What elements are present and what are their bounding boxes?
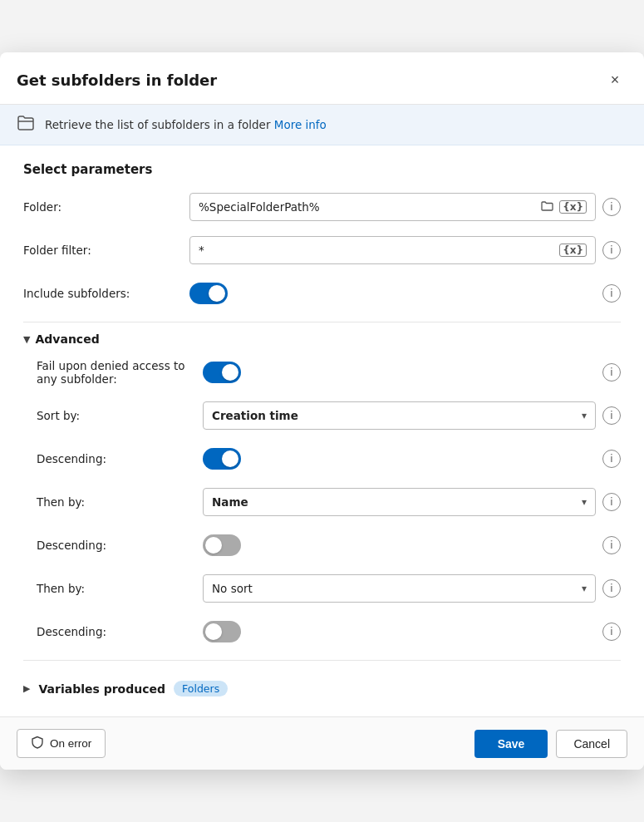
descending3-row: Descending: i <box>37 617 621 647</box>
sort-by-label: Sort by: <box>37 409 203 422</box>
folder-control: %SpecialFolderPath% {x} i <box>189 193 621 221</box>
then-by1-dropdown[interactable]: Name ▾ <box>203 488 596 516</box>
descending1-toggle[interactable] <box>203 448 241 470</box>
filter-variable-icon[interactable]: {x} <box>559 244 587 257</box>
info-banner: Retrieve the list of subfolders in a fol… <box>0 105 644 145</box>
folder-row: Folder: %SpecialFolderPath% {x} i <box>23 192 621 222</box>
then-by1-value: Name <box>212 495 248 509</box>
folder-variable-icon[interactable]: {x} <box>559 200 587 214</box>
section-title: Select parameters <box>23 162 621 177</box>
folder-filter-control: * {x} i <box>189 236 621 264</box>
then-by1-arrow-icon: ▾ <box>582 496 587 508</box>
divider1 <box>23 322 621 322</box>
descending2-info-icon[interactable]: i <box>602 536 621 554</box>
folder-info-icon[interactable]: i <box>602 198 621 216</box>
descending2-control: i <box>203 534 621 556</box>
advanced-header[interactable]: ▼ Advanced <box>23 332 621 346</box>
folder-filter-input[interactable]: * {x} <box>189 236 596 264</box>
banner-text: Retrieve the list of subfolders in a fol… <box>45 118 327 131</box>
then-by2-arrow-icon: ▾ <box>582 583 587 594</box>
shield-icon <box>31 736 44 751</box>
descending1-label: Descending: <box>37 452 203 465</box>
then-by1-row: Then by: Name ▾ i <box>37 487 621 517</box>
dialog-footer: On error Save Cancel <box>0 716 644 770</box>
then-by2-value: No sort <box>212 582 253 595</box>
folder-input[interactable]: %SpecialFolderPath% {x} <box>189 193 596 221</box>
fail-access-label: Fail upon denied access to any subfolder… <box>37 359 203 386</box>
include-subfolders-info-icon[interactable]: i <box>602 284 621 303</box>
include-subfolders-row: Include subfolders: i <box>23 278 621 308</box>
fail-access-toggle[interactable] <box>203 362 241 383</box>
advanced-section: Fail upon denied access to any subfolder… <box>23 357 621 647</box>
sort-by-dropdown[interactable]: Creation time ▾ <box>203 401 596 430</box>
then-by2-row: Then by: No sort ▾ i <box>37 573 621 603</box>
fail-access-control: i <box>203 362 621 383</box>
then-by2-label: Then by: <box>37 582 203 595</box>
include-subfolders-control: i <box>189 283 621 304</box>
sort-by-row: Sort by: Creation time ▾ i <box>37 401 621 431</box>
descending3-control: i <box>203 621 621 642</box>
sort-by-control: Creation time ▾ i <box>203 401 621 430</box>
dialog-header: Get subfolders in folder × <box>0 52 644 105</box>
on-error-button[interactable]: On error <box>17 729 106 758</box>
descending3-info-icon[interactable]: i <box>602 623 621 641</box>
sort-by-info-icon[interactable]: i <box>602 406 621 425</box>
descending1-info-icon[interactable]: i <box>602 450 621 468</box>
then-by1-control: Name ▾ i <box>203 488 621 516</box>
then-by2-info-icon[interactable]: i <box>602 579 621 598</box>
descending3-toggle[interactable] <box>203 621 241 642</box>
then-by1-info-icon[interactable]: i <box>602 493 621 511</box>
folder-label: Folder: <box>23 200 189 214</box>
sort-by-value: Creation time <box>212 409 298 422</box>
folder-icon <box>17 115 35 135</box>
descending1-control: i <box>203 448 621 470</box>
then-by1-label: Then by: <box>37 495 203 509</box>
cancel-button[interactable]: Cancel <box>556 730 627 758</box>
footer-right: Save Cancel <box>474 730 627 758</box>
advanced-label: Advanced <box>35 332 99 346</box>
fail-access-row: Fail upon denied access to any subfolder… <box>37 357 621 387</box>
folder-filter-label: Folder filter: <box>23 244 189 257</box>
then-by2-control: No sort ▾ i <box>203 574 621 603</box>
fail-access-info-icon[interactable]: i <box>602 363 621 381</box>
sort-by-arrow-icon: ▾ <box>582 410 587 421</box>
folder-filter-info-icon[interactable]: i <box>602 241 621 259</box>
descending2-label: Descending: <box>37 539 203 552</box>
folder-filter-row: Folder filter: * {x} i <box>23 235 621 265</box>
folder-browse-icon[interactable] <box>541 200 554 214</box>
descending3-label: Descending: <box>37 625 203 638</box>
variables-chevron-icon: ▶ <box>23 683 30 694</box>
close-button[interactable]: × <box>602 67 627 92</box>
descending2-row: Descending: i <box>37 530 621 560</box>
divider2 <box>23 660 621 661</box>
then-by2-dropdown[interactable]: No sort ▾ <box>203 574 596 603</box>
more-info-link[interactable]: More info <box>274 118 327 131</box>
include-subfolders-label: Include subfolders: <box>23 287 189 300</box>
include-subfolders-toggle[interactable] <box>189 283 228 304</box>
variables-label: Variables produced <box>38 682 165 696</box>
variables-badge: Folders <box>174 681 228 696</box>
descending2-toggle[interactable] <box>203 534 241 556</box>
dialog: Get subfolders in folder × Retrieve the … <box>0 52 644 770</box>
content-area: Select parameters Folder: %SpecialFolder… <box>0 145 644 716</box>
advanced-chevron-icon: ▼ <box>23 334 30 345</box>
dialog-title: Get subfolders in folder <box>17 71 217 89</box>
descending1-row: Descending: i <box>37 444 621 474</box>
variables-row[interactable]: ▶ Variables produced Folders <box>23 671 621 703</box>
save-button[interactable]: Save <box>474 730 548 758</box>
